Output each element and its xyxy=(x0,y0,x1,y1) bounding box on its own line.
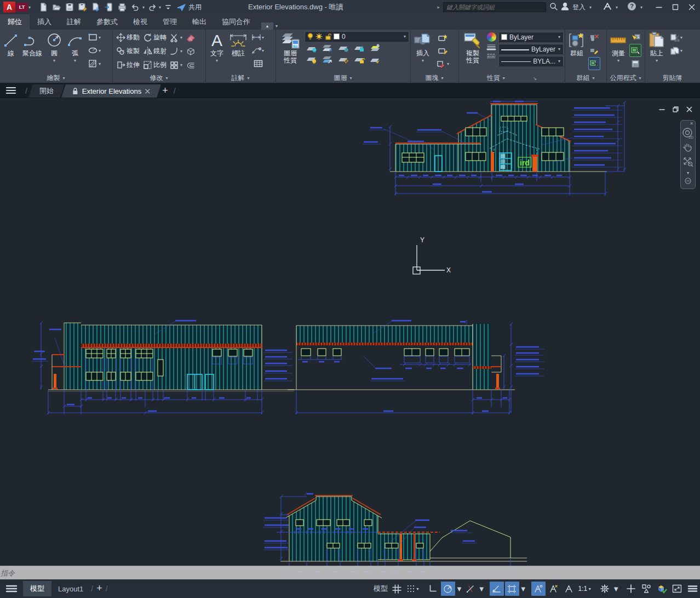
create-block-button[interactable] xyxy=(435,31,450,44)
new-file-button[interactable] xyxy=(37,1,50,13)
panel-block-label[interactable]: 圖塊▾ xyxy=(411,73,458,83)
layer-properties-button[interactable]: 圖層 性質 xyxy=(277,31,303,65)
signin-dropdown-icon[interactable]: ▾ xyxy=(589,5,592,10)
object-snap-dropdown-icon[interactable]: ▼ xyxy=(520,585,527,593)
grid-toggle[interactable] xyxy=(390,582,404,596)
clean-screen-icon[interactable] xyxy=(670,582,684,596)
user-icon[interactable] xyxy=(561,2,569,12)
panel-groups-label[interactable]: 群組▾ xyxy=(565,73,606,83)
panel-draw-label[interactable]: 繪製▾ xyxy=(0,73,112,83)
save-to-web-mobile-button[interactable] xyxy=(89,1,102,13)
undo-dropdown-icon[interactable]: ▾ xyxy=(142,5,145,10)
signin-label[interactable]: 登入 xyxy=(572,3,586,12)
annotation-autoscale-toggle[interactable] xyxy=(547,582,561,596)
ribbon-tab-0[interactable]: 歸位 xyxy=(0,14,30,30)
steering-wheel-icon[interactable]: 2D xyxy=(682,126,694,140)
trim-button[interactable]: ▾ xyxy=(170,31,183,44)
lineweight-combo-dropdown-icon[interactable]: ▾ xyxy=(558,47,560,52)
cut-button[interactable]: ▾ xyxy=(669,31,684,44)
arc-dropdown-icon[interactable]: ▾ xyxy=(74,57,76,64)
paste-button[interactable]: 貼上 ▾ xyxy=(646,31,667,65)
insert-block-button[interactable]: 插入 ▾ xyxy=(412,31,434,65)
linetype-icon[interactable] xyxy=(486,53,496,59)
ribbon-tab-3[interactable]: 參數式 xyxy=(89,14,125,30)
manage-attributes-dropdown-icon[interactable]: ▾ xyxy=(447,61,449,66)
maximize-button[interactable] xyxy=(667,1,684,14)
ribbon-tab-4[interactable]: 檢視 xyxy=(125,14,155,30)
group-edit-button[interactable] xyxy=(588,44,600,57)
ellipse-dropdown-icon[interactable]: ▾ xyxy=(99,48,101,53)
layer-match-tool-icon[interactable] xyxy=(322,55,334,64)
scale-button[interactable]: 比例 xyxy=(143,58,167,72)
color-combo-dropdown-icon[interactable]: ▾ xyxy=(558,35,560,39)
color-wheel-icon[interactable] xyxy=(487,32,496,42)
viewport-minimize-icon[interactable] xyxy=(659,105,665,115)
stretch-button[interactable]: 拉伸 xyxy=(116,58,140,72)
panel-annotation-label[interactable]: 註解▾ xyxy=(206,73,276,83)
new-drawing-tab-button[interactable]: + xyxy=(162,85,168,96)
file-tab-menu-icon[interactable] xyxy=(0,83,22,98)
circle-dropdown-icon[interactable]: ▾ xyxy=(53,57,55,64)
ribbon-tab-1[interactable]: 插入 xyxy=(30,14,59,30)
search-icon[interactable] xyxy=(549,2,558,12)
copy-clip-button[interactable]: ▾ xyxy=(669,44,684,57)
layer-prev-tool-icon[interactable] xyxy=(337,55,349,64)
save-as-button[interactable] xyxy=(76,1,89,13)
chevron-down-icon[interactable]: ▾ xyxy=(28,5,31,10)
array-dropdown-icon[interactable]: ▾ xyxy=(180,62,182,67)
leader-dropdown-icon[interactable]: ▾ xyxy=(262,48,264,53)
linetype-combo[interactable]: BYLA...▾ xyxy=(498,56,564,66)
object-snap-toggle[interactable] xyxy=(505,582,519,596)
share-button[interactable]: 共用 xyxy=(177,3,202,12)
explode-button[interactable] xyxy=(186,44,196,58)
model-space-toggle[interactable]: 模型 xyxy=(372,582,389,596)
linetype-combo-dropdown-icon[interactable]: ▾ xyxy=(558,59,560,64)
polyline-button[interactable]: 聚合線 xyxy=(21,31,44,58)
ribbon-tab-2[interactable]: 註解 xyxy=(59,14,89,30)
insert-dropdown-icon[interactable]: ▾ xyxy=(422,57,424,64)
quick-select-button[interactable] xyxy=(629,31,641,44)
circle-button[interactable]: 圓 ▾ xyxy=(44,31,65,65)
erase-button[interactable] xyxy=(186,31,196,44)
hatch-dropdown-icon[interactable]: ▾ xyxy=(99,61,101,66)
viewport-close-icon[interactable] xyxy=(686,105,692,115)
drawing-canvas[interactable]: .pale{stroke:#d8d8a2;fill:none;stroke-wi… xyxy=(0,98,700,579)
isolate-objects-icon[interactable] xyxy=(639,582,653,596)
redo-button[interactable] xyxy=(145,1,158,13)
measure-dropdown-icon[interactable]: ▾ xyxy=(617,57,619,64)
close-tab-icon[interactable] xyxy=(145,89,150,94)
object-snap-tracking-toggle[interactable] xyxy=(490,582,504,596)
fillet-button[interactable]: ▾ xyxy=(170,44,183,58)
paste-dropdown-icon[interactable]: ▾ xyxy=(656,57,658,64)
layer-combo-dropdown-icon[interactable]: ▾ xyxy=(404,34,406,39)
tab-start[interactable]: 開始 xyxy=(28,84,65,98)
viewport-restore-icon[interactable] xyxy=(673,105,679,115)
group-selection-toggle[interactable] xyxy=(588,57,600,70)
linear-dimension-dropdown-icon[interactable]: ▾ xyxy=(262,35,264,40)
minimize-button[interactable] xyxy=(651,1,667,14)
workspace-dropdown-icon[interactable]: ▼ xyxy=(612,585,619,593)
layer-isolate-tool-icon[interactable] xyxy=(322,43,334,53)
offset-button[interactable] xyxy=(186,58,196,72)
copy-clip-dropdown-icon[interactable]: ▾ xyxy=(680,48,682,53)
ribbon-collapse-button[interactable]: ▲ ▾ xyxy=(261,22,278,30)
graphics-performance-icon[interactable] xyxy=(655,582,669,596)
help-icon[interactable]: ? xyxy=(627,2,636,13)
qat-customize-button[interactable] xyxy=(162,1,175,13)
rectangle-dropdown-icon[interactable]: ▾ xyxy=(99,35,101,40)
layer-off-tool-icon[interactable] xyxy=(306,43,318,53)
layout-menu-icon[interactable] xyxy=(0,584,23,594)
polar-dropdown-icon[interactable]: ▼ xyxy=(456,585,463,593)
dimension-button[interactable]: 標註 xyxy=(227,31,250,58)
annotation-visibility-toggle[interactable] xyxy=(531,582,546,596)
tab-model[interactable]: 模型 xyxy=(23,581,51,596)
fillet-dropdown-icon[interactable]: ▾ xyxy=(180,49,182,54)
autodesk-dropdown-icon[interactable]: ▾ xyxy=(616,5,618,10)
annotation-scale-icon[interactable] xyxy=(562,582,576,596)
ribbon-tab-6[interactable]: 輸出 xyxy=(185,14,214,30)
undo-button[interactable] xyxy=(129,1,142,13)
rotate-button[interactable]: 旋轉 xyxy=(143,31,167,44)
array-button[interactable]: ▾ xyxy=(170,58,183,72)
annotation-scale-value[interactable]: 1:1▼ xyxy=(577,582,593,596)
help-dropdown-icon[interactable]: ▾ xyxy=(640,5,642,10)
